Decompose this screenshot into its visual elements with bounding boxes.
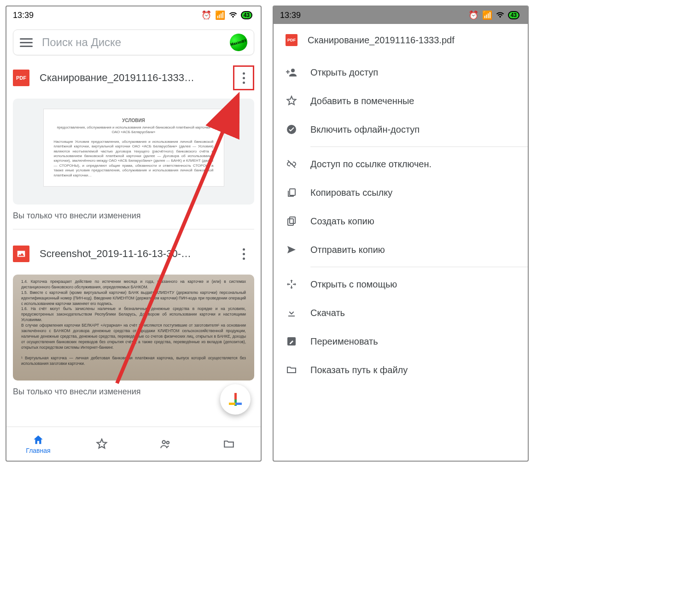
menu-star[interactable]: Добавить в помеченные — [274, 87, 528, 115]
pdf-icon: PDF — [13, 70, 29, 86]
nav-shared[interactable] — [134, 438, 197, 450]
file-caption: Вы только что внесли изменения — [13, 211, 254, 221]
more-options-button[interactable] — [233, 65, 254, 90]
menu-file-title: Сканирование_20191116-1333.pdf — [308, 35, 455, 46]
star-outline-icon — [286, 95, 298, 107]
file-item[interactable]: PDF Сканирование_20191116-1333… УСЛОВИЯ … — [6, 58, 261, 234]
menu-icon[interactable] — [20, 38, 33, 47]
nav-files[interactable] — [197, 438, 261, 450]
nav-starred[interactable] — [70, 438, 134, 450]
svg-point-1 — [167, 441, 169, 444]
folder-icon — [223, 438, 235, 450]
menu-show-path[interactable]: Показать путь к файлу — [274, 356, 528, 384]
svg-rect-6 — [290, 217, 295, 223]
file-caption: Вы только что внесли изменения — [13, 387, 254, 397]
copy-icon — [286, 215, 298, 227]
menu-open-with[interactable]: Открыть с помощью — [274, 270, 528, 299]
file-title: Screenshot_2019-11-16-13-30-… — [40, 248, 223, 260]
alarm-icon: ⏰ — [201, 10, 211, 20]
file-preview[interactable]: УСЛОВИЯ предоставления, обслуживания и и… — [13, 99, 254, 205]
check-circle-icon — [286, 123, 298, 135]
wifi-icon — [496, 11, 504, 20]
search-bar[interactable]: Поиск на Диске MaximBY — [13, 29, 254, 55]
menu-offline[interactable]: Включить офлайн-доступ — [274, 115, 528, 144]
menu-make-copy[interactable]: Создать копию — [274, 207, 528, 235]
clock: 13:39 — [13, 11, 34, 20]
alarm-icon: ⏰ — [468, 10, 478, 20]
menu-send-copy[interactable]: Отправить копию — [274, 235, 528, 264]
file-title: Сканирование_20191116-1333… — [40, 72, 223, 84]
status-icons: ⏰ 📶 43 — [468, 10, 519, 20]
signal-icon: 📶 — [482, 10, 492, 20]
battery-icon: 43 — [241, 11, 252, 19]
menu-copy-link[interactable]: Копировать ссылку — [274, 178, 528, 207]
menu-link-off[interactable]: Доступ по ссылке отключен. — [274, 150, 528, 178]
home-icon — [32, 434, 44, 446]
open-with-icon — [286, 278, 298, 290]
send-icon — [286, 244, 298, 256]
pdf-icon: PDF — [286, 34, 298, 46]
bottom-nav: Главная — [6, 427, 261, 461]
svg-point-3 — [291, 69, 295, 72]
plus-icon — [229, 393, 242, 406]
star-icon — [96, 438, 108, 450]
wifi-icon — [229, 11, 237, 20]
svg-rect-5 — [290, 189, 295, 195]
menu-list: Открыть доступ Добавить в помеченные Вкл… — [274, 55, 528, 387]
clock: 13:39 — [280, 11, 301, 20]
drive-main-screen: 13:39 ⏰ 📶 43 Поиск на Диске MaximBY PDF … — [6, 6, 262, 462]
more-options-button[interactable] — [233, 241, 254, 266]
nav-home[interactable]: Главная — [6, 434, 70, 454]
image-icon — [13, 246, 29, 262]
svg-rect-7 — [288, 219, 293, 225]
file-preview[interactable]: 1.4. Карточка прекращает действие по ист… — [13, 275, 254, 381]
signal-icon: 📶 — [215, 10, 225, 20]
copy-link-icon — [286, 187, 298, 199]
battery-icon: 43 — [508, 11, 519, 19]
download-icon — [286, 307, 298, 319]
folder-outline-icon — [286, 364, 298, 376]
status-bar: 13:39 ⏰ 📶 43 — [6, 6, 261, 24]
add-button[interactable] — [220, 384, 251, 415]
file-context-menu-screen: 13:39 ⏰ 📶 43 PDF Сканирование_20191116-1… — [273, 6, 529, 462]
edit-icon — [286, 335, 298, 347]
menu-download[interactable]: Скачать — [274, 299, 528, 327]
file-item[interactable]: Screenshot_2019-11-16-13-30-… 1.4. Карто… — [6, 234, 261, 401]
avatar[interactable]: MaximBY — [228, 32, 250, 53]
menu-header: PDF Сканирование_20191116-1333.pdf — [274, 24, 528, 55]
menu-share[interactable]: Открыть доступ — [274, 58, 528, 87]
people-icon — [159, 438, 171, 450]
link-off-icon — [286, 158, 298, 170]
status-icons: ⏰ 📶 43 — [201, 10, 252, 20]
search-input[interactable]: Поиск на Диске — [42, 36, 221, 49]
status-bar: 13:39 ⏰ 📶 43 — [274, 6, 528, 24]
svg-point-0 — [163, 440, 166, 444]
person-add-icon — [286, 66, 298, 78]
menu-rename[interactable]: Переименовать — [274, 327, 528, 356]
